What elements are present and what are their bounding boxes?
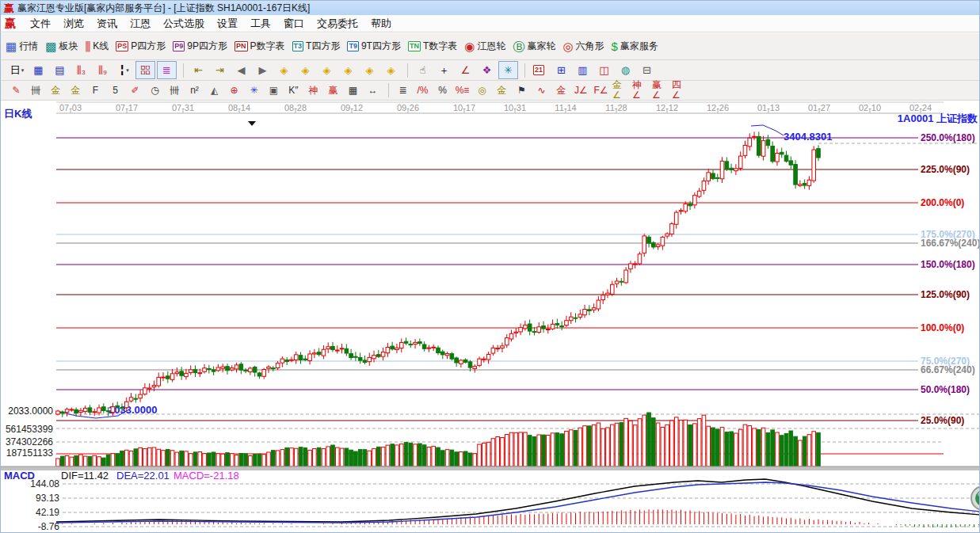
diamond-compress-icon[interactable]: ◈	[360, 61, 379, 79]
star-box-glyph: ▣	[269, 86, 278, 96]
ying-tool-icon[interactable]: 赢	[324, 82, 342, 99]
gann-wheel-button[interactable]: ◉江恩轮	[464, 40, 505, 53]
percent-red-2-icon[interactable]: %≡	[453, 82, 471, 99]
calendar-21-icon[interactable]: 21	[530, 61, 550, 79]
jump-last-icon[interactable]: ⇥	[210, 61, 230, 79]
t-number-table-button[interactable]: TNT数字表	[408, 40, 457, 53]
menu-item-工具[interactable]: 工具	[244, 15, 277, 32]
n-square-glyph: n²	[190, 86, 199, 96]
spiral-5-icon[interactable]: 5	[106, 82, 124, 99]
kline-3-icon[interactable]: ⫼₃	[71, 61, 91, 79]
star-box-icon[interactable]: ▣	[265, 82, 283, 99]
grid-tool-icon[interactable]: 卌	[27, 82, 45, 99]
diamond-hexpand-icon[interactable]: ◈	[338, 61, 358, 79]
p-number-table-button[interactable]: PNP数字表	[235, 40, 285, 53]
kline-9-icon[interactable]: ⫼₉	[93, 61, 112, 79]
diamond-right-icon[interactable]: ◈	[296, 61, 315, 79]
ying-tool-glyph: 赢	[329, 86, 338, 96]
step-back-icon[interactable]: ◀	[231, 61, 251, 79]
wave-red-icon[interactable]: ∿	[532, 82, 551, 99]
print-icon[interactable]: ⊟	[637, 61, 657, 79]
flag-tool-icon[interactable]: ⚑	[513, 82, 531, 99]
9p-square-button[interactable]: P99P四方形	[173, 40, 227, 53]
time-cycle-icon[interactable]: ◷	[146, 82, 164, 99]
winner-service-button[interactable]: $赢家服务	[611, 40, 658, 53]
gold-grid-2-icon[interactable]: 金	[67, 82, 85, 99]
calculator-icon[interactable]: ⊞	[551, 61, 571, 79]
9p-square-glyph: P9	[173, 41, 185, 51]
svg-text:MACD: MACD	[4, 470, 35, 482]
gold-grid-1-icon[interactable]: 金	[47, 82, 65, 99]
grid-tool-2-icon[interactable]: 卌	[166, 82, 184, 99]
step-forward-icon[interactable]: ▶	[253, 61, 273, 79]
si-angle-icon[interactable]: 四∠	[671, 82, 689, 99]
ying-angle-icon[interactable]: 赢∠	[651, 82, 669, 99]
chart-canvas[interactable]: 07-0307-1707-3108-1408-2809-1209-2610-17…	[1, 101, 980, 533]
period-day-dropdown-icon[interactable]: 日▾	[7, 61, 27, 79]
diamond-hsplit-icon[interactable]: ◈	[317, 61, 337, 79]
gann-tool-icon[interactable]: ❖	[477, 61, 497, 79]
t-square-button[interactable]: T3T四方形	[292, 40, 341, 53]
menu-item-窗口[interactable]: 窗口	[277, 15, 311, 32]
hand-tool-icon[interactable]: ☝	[413, 61, 433, 79]
world-time-icon[interactable]: ◍	[616, 61, 635, 79]
diamond-expand-icon[interactable]: ◈	[381, 61, 401, 79]
pattern-tool-icon[interactable]: 㗊	[135, 61, 155, 79]
si-angle-glyph: 四∠	[672, 80, 688, 101]
width-arrows-icon[interactable]: ↔	[364, 82, 382, 99]
angle-mirror-icon[interactable]: ◭	[205, 82, 223, 99]
red-pencil-icon[interactable]: ✐	[126, 82, 144, 99]
percent-icon[interactable]: %	[433, 82, 452, 99]
n-square-icon[interactable]: n²	[185, 82, 204, 99]
target-circle-icon[interactable]: ⊕	[225, 82, 243, 99]
shen-tool-icon[interactable]: 神	[304, 82, 322, 99]
title-bar[interactable]: 赢 赢家江恩专业版[赢家内部服务平台] - [上证指数 SH1A0001-167…	[1, 1, 979, 15]
notes-icon[interactable]: ▥	[573, 61, 593, 79]
gold-angle-icon[interactable]: 金∠	[612, 82, 630, 99]
star-blue-icon[interactable]: ✳	[245, 82, 263, 99]
gold-red-icon[interactable]: 金	[552, 82, 570, 99]
menu-item-浏览[interactable]: 浏览	[57, 15, 90, 32]
kline-button[interactable]: ⫼K线	[85, 40, 109, 53]
9t-square-button[interactable]: T99T四方形	[347, 40, 401, 53]
svg-text:200.0%(0): 200.0%(0)	[921, 197, 964, 208]
hexagon-button[interactable]: ◎六角形	[562, 40, 604, 53]
shen-angle-icon[interactable]: 神∠	[631, 82, 650, 99]
gold-lines-icon[interactable]: 金	[493, 82, 511, 99]
diamond-left-icon[interactable]: ◈	[274, 61, 294, 79]
j-angle-icon[interactable]: J∠	[572, 82, 590, 99]
info-panel-icon[interactable]: ▤	[50, 61, 70, 79]
save-icon[interactable]: ◫	[594, 61, 614, 79]
angle-tool-glyph: ∠	[461, 65, 471, 75]
menu-item-帮助[interactable]: 帮助	[364, 15, 398, 32]
gold-circle-icon[interactable]: ◎	[473, 82, 491, 99]
menu-item-资讯[interactable]: 资讯	[90, 15, 124, 32]
single-candle-dropdown-icon[interactable]: ╏▾	[114, 61, 134, 79]
chart-window-icon[interactable]: ▦	[29, 61, 48, 79]
brain-tool-icon[interactable]: ✳	[498, 61, 518, 79]
menu-item-公式选股[interactable]: 公式选股	[157, 15, 211, 32]
9t-square-glyph: T9	[347, 41, 359, 51]
sector-blocks-button[interactable]: ▩板块	[45, 40, 78, 53]
winner-wheel-button[interactable]: Ⓑ赢家轮	[513, 40, 555, 53]
f-angle-icon[interactable]: F∠	[592, 82, 610, 99]
jump-first-icon[interactable]: ⇤	[189, 61, 208, 79]
f-ruler-icon[interactable]: F	[86, 82, 105, 99]
angle-tool-icon[interactable]: ∠	[456, 61, 475, 79]
volume-profile-icon[interactable]: ≣	[157, 61, 177, 79]
menu-item-设置[interactable]: 设置	[211, 15, 244, 32]
target-circle-glyph: ⊕	[230, 86, 238, 96]
scale-tool-icon[interactable]: ≣	[394, 82, 412, 99]
percent-red-2-glyph: %≡	[456, 86, 470, 96]
crosshair-tool-icon[interactable]: ＋	[434, 61, 454, 79]
menu-item-交易委托[interactable]: 交易委托	[311, 15, 364, 32]
dense-grid-icon[interactable]: ▦	[344, 82, 362, 99]
p-square-button[interactable]: PSP四方形	[116, 40, 166, 53]
draw-brush-icon[interactable]: ✎	[7, 82, 25, 99]
market-quotes-button[interactable]: ▦行情	[6, 40, 38, 53]
print-glyph: ⊟	[643, 65, 651, 75]
menu-item-江恩[interactable]: 江恩	[124, 15, 157, 32]
percent-red-1-icon[interactable]: /%	[414, 82, 432, 99]
menu-item-文件[interactable]: 文件	[24, 15, 57, 32]
k-prime-icon[interactable]: K″	[284, 82, 303, 99]
